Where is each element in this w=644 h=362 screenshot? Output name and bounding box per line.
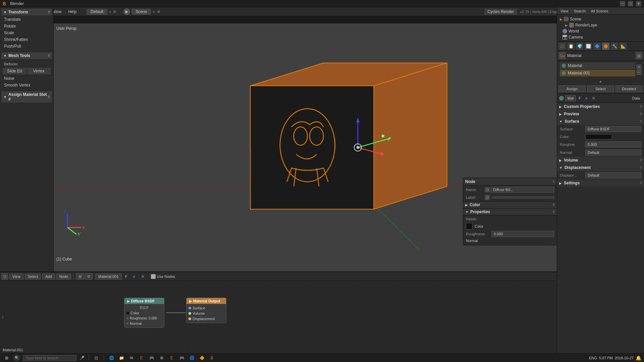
mesh-tools-panel-header[interactable]: ▼ Mesh Tools ⠿	[1, 52, 52, 59]
deselect-button[interactable]: Deselect	[615, 85, 643, 92]
modifier-props-tab[interactable]: 🔧	[611, 43, 618, 50]
volume-section-header[interactable]: ▶ Volume ⠿	[557, 157, 644, 164]
color-input-dot[interactable]	[126, 312, 129, 314]
material-props-tab[interactable]: ⬤	[602, 43, 609, 50]
taskbar-epic-2[interactable]: E	[168, 354, 176, 362]
taskbar-notification[interactable]: 🔔	[636, 355, 641, 361]
workspace-tab-scene[interactable]: Scene	[131, 9, 151, 15]
vertex-tool[interactable]: Vertex	[27, 68, 51, 74]
displacement-value[interactable]: Default	[585, 172, 641, 178]
taskbar-explorer[interactable]: 📁	[117, 354, 125, 362]
mat-data-button[interactable]: Data	[630, 96, 642, 101]
close-workspace-button[interactable]: ✕	[113, 9, 117, 14]
node-close-datablock-button[interactable]: ✕	[139, 273, 147, 280]
displacement-input-dot[interactable]	[189, 317, 191, 320]
node-node-menu[interactable]: Node	[56, 274, 71, 280]
input-roughness-value[interactable]: 0.000	[491, 231, 554, 237]
taskbar-steam[interactable]: 🎮	[178, 354, 186, 362]
taskbar-mail[interactable]: ✉	[127, 354, 136, 362]
material-tab-label[interactable]: Material	[567, 53, 582, 58]
diffuse-bsdf-node[interactable]: ▶ Diffuse BSDF BSDF Color Roughness: 0.0…	[124, 298, 164, 328]
translate-tool[interactable]: Translate	[1, 16, 52, 23]
roughness-input-dot[interactable]	[126, 317, 128, 319]
taskbar-microphone[interactable]: 🎤	[78, 355, 85, 361]
scale-tool[interactable]: Scale	[1, 29, 52, 36]
node-material-icon[interactable]: ◎	[76, 273, 84, 280]
scene-tree-scene[interactable]: ▶ Scene	[558, 16, 643, 22]
slide-edge-tool[interactable]: Slide Ed	[3, 68, 26, 74]
taskbar-chrome[interactable]: ⚙	[158, 354, 166, 362]
surface-value[interactable]: Diffuse BSDF	[585, 126, 641, 132]
node-scroll-left[interactable]: ‹	[2, 314, 4, 320]
smooth-vertex-tool[interactable]: Smooth Vertex	[1, 82, 52, 88]
scene-props-tab[interactable]: 🌍	[576, 43, 583, 50]
node-material-name[interactable]: Material.001	[95, 274, 122, 280]
render-props-tab[interactable]: 🎥	[558, 43, 566, 50]
taskbar-taskview[interactable]: ⊡	[92, 354, 100, 362]
rotate-tool[interactable]: Rotate	[1, 23, 52, 29]
add-scene-button[interactable]: +	[152, 9, 155, 14]
node-label-icon[interactable]: ⬡	[485, 195, 490, 200]
noise-tool[interactable]: Noise	[1, 75, 52, 82]
add-workspace-button[interactable]: +	[109, 9, 111, 14]
mat-add-button[interactable]: +	[584, 95, 589, 102]
normal-input-dot[interactable]	[126, 322, 128, 324]
renderlayer-props-tab[interactable]: 📋	[567, 43, 575, 50]
node-name-value[interactable]: Diffuse BS...	[491, 187, 554, 193]
taskbar-app1[interactable]: 🎮	[148, 354, 156, 362]
roughness-value[interactable]: 0.000	[585, 141, 641, 147]
workspace-tab-default[interactable]: Default	[87, 9, 107, 15]
tab-view[interactable]: View	[558, 8, 571, 14]
browse-material-button[interactable]: ◎	[635, 52, 643, 59]
taskbar-search[interactable]: 🔍	[13, 354, 21, 362]
surface-section-header[interactable]: ▼ Surface ⠿	[557, 118, 644, 125]
transform-panel-header[interactable]: ▼ Transform ⠿	[1, 9, 52, 15]
taskbar-start-button[interactable]: ⊞	[3, 354, 11, 362]
settings-section-header[interactable]: ▶ Settings ⠿	[557, 179, 644, 187]
taskbar-blender[interactable]: B	[208, 354, 216, 362]
close-button[interactable]: ✕	[636, 1, 641, 6]
scene-tree-renderlayer[interactable]: ▶ RenderLaye	[558, 22, 643, 28]
world-props-tab[interactable]: ⬜	[585, 43, 592, 50]
push-pull-tool[interactable]: Push/Pull	[1, 43, 52, 50]
taskbar-search-input[interactable]	[23, 355, 76, 361]
assign-slot-panel-header[interactable]: ▼ Assign Material Slot # ⠿	[1, 91, 52, 103]
select-button[interactable]: Select	[587, 85, 614, 92]
object-props-tab[interactable]: 🔷	[593, 43, 601, 50]
material-list-item-0[interactable]: Material	[560, 62, 635, 69]
taskbar-app3[interactable]: 🔶	[198, 354, 206, 362]
node-label-value[interactable]	[492, 196, 554, 198]
node-canvas[interactable]: ▶ Diffuse BSDF BSDF Color Roughness: 0.0…	[0, 281, 557, 353]
input-color-swatch[interactable]	[466, 223, 473, 230]
material-list-item-1[interactable]: Material.001	[560, 70, 635, 76]
node-view-icon[interactable]: ⊙	[85, 273, 93, 280]
color-section-header[interactable]: ▶ Color ⠿	[463, 201, 557, 208]
taskbar-epic-1[interactable]: E	[138, 354, 146, 362]
node-view-menu[interactable]: View	[9, 274, 23, 280]
node-add-menu[interactable]: Add	[42, 274, 55, 280]
use-nodes-checkbox[interactable]	[151, 274, 156, 279]
volume-input-dot[interactable]	[189, 312, 191, 315]
assign-button[interactable]: Assign	[558, 85, 586, 92]
node-name-icon[interactable]: ⬡	[485, 187, 490, 192]
mat-remove-button[interactable]: ✕	[590, 95, 597, 102]
displacement-section-header[interactable]: ▼ Displacement ⠿	[557, 164, 644, 171]
normal-value[interactable]: Default	[585, 149, 641, 156]
taskbar-ie[interactable]: 🌐	[107, 354, 115, 362]
node-select-menu[interactable]: Select	[25, 274, 41, 280]
maximize-button[interactable]: □	[628, 1, 633, 6]
tab-search[interactable]: Search	[572, 8, 588, 14]
render-engine-selector[interactable]: Cycles Render	[484, 9, 518, 15]
mat-field[interactable]: Mat	[565, 95, 576, 101]
close-scene-button[interactable]: ✕	[157, 9, 161, 14]
color-swatch[interactable]	[585, 134, 612, 139]
preview-section-header[interactable]: ▶ Preview ⠿	[557, 110, 644, 118]
data-props-tab[interactable]: 📐	[620, 43, 627, 50]
props-section-header[interactable]: ▼ Properties ⠿	[463, 208, 557, 216]
material-list-plus-button[interactable]: +	[637, 65, 641, 69]
node-editor-icon[interactable]: ⬡	[1, 273, 8, 280]
tab-all-scenes[interactable]: All Scenes	[589, 8, 610, 14]
surface-input-dot[interactable]	[189, 307, 191, 309]
scene-tree-world[interactable]: World	[558, 28, 643, 34]
shrink-fatten-tool[interactable]: Shrink/Fatten	[1, 36, 52, 43]
